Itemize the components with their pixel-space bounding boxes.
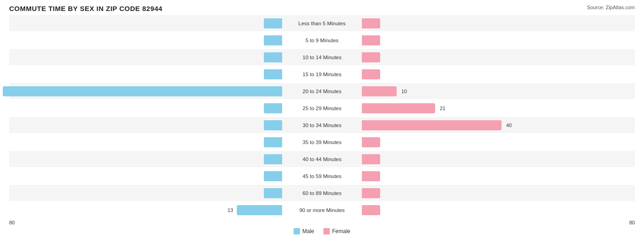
- male-bar-zero: [264, 35, 282, 45]
- male-bar-zero: [264, 103, 282, 113]
- female-value: 40: [506, 123, 512, 128]
- bar-label: 25 to 29 Minutes: [284, 106, 360, 111]
- left-section: 13: [9, 202, 284, 218]
- bar-label: 30 to 34 Minutes: [284, 123, 360, 128]
- left-section: 80: [9, 83, 284, 99]
- bar-label: 60 to 89 Minutes: [284, 190, 360, 196]
- bar-label: 20 to 24 Minutes: [284, 89, 360, 94]
- right-section: 0: [360, 66, 635, 82]
- bar-row: 035 to 39 Minutes0: [9, 134, 635, 150]
- male-legend-box: [294, 228, 300, 234]
- left-axis-label: 80: [9, 220, 15, 225]
- female-value: 21: [440, 106, 445, 111]
- bar-label: 10 to 14 Minutes: [284, 55, 360, 60]
- male-bar-zero: [264, 69, 282, 79]
- right-section: 0: [360, 202, 635, 218]
- bar-label: 5 to 9 Minutes: [284, 38, 360, 43]
- bar-label: 45 to 59 Minutes: [284, 173, 360, 179]
- bar-row: 1390 or more Minutes0: [9, 202, 635, 218]
- female-bar-zero: [362, 35, 380, 45]
- left-section: 0: [9, 66, 284, 82]
- right-section: 0: [360, 185, 635, 201]
- chart-container: COMMUTE TIME BY SEX IN ZIP CODE 82944 So…: [0, 0, 644, 240]
- bar-label: 40 to 44 Minutes: [284, 156, 360, 162]
- female-bar-zero: [362, 52, 380, 62]
- bar-row: 040 to 44 Minutes0: [9, 151, 635, 167]
- female-legend-box: [323, 228, 330, 234]
- male-bar-zero: [264, 188, 282, 198]
- female-bar-zero: [362, 18, 380, 28]
- bar-row: 025 to 29 Minutes21: [9, 100, 635, 116]
- chart-title: COMMUTE TIME BY SEX IN ZIP CODE 82944: [9, 5, 635, 12]
- female-bar: [362, 103, 435, 113]
- female-bar-zero: [362, 154, 380, 164]
- male-value: 13: [228, 207, 233, 213]
- left-section: 0: [9, 185, 284, 201]
- bar-row: 060 to 89 Minutes0: [9, 185, 635, 201]
- left-section: 0: [9, 15, 284, 31]
- right-section: 0: [360, 134, 635, 150]
- left-section: 0: [9, 100, 284, 116]
- left-section: 0: [9, 134, 284, 150]
- bar-label: Less than 5 Minutes: [284, 21, 360, 26]
- male-bar-zero: [264, 18, 282, 28]
- female-bar-zero: [362, 69, 380, 79]
- chart-wrapper: 0Less than 5 Minutes005 to 9 Minutes0010…: [9, 15, 635, 225]
- bar-row: 030 to 34 Minutes40: [9, 117, 635, 133]
- female-bar-zero: [362, 205, 380, 215]
- male-bar: [3, 86, 282, 96]
- bar-row: 05 to 9 Minutes0: [9, 32, 635, 48]
- left-section: 0: [9, 151, 284, 167]
- right-section: 10: [360, 83, 635, 99]
- right-section: 0: [360, 49, 635, 65]
- left-section: 0: [9, 32, 284, 48]
- bar-row: 010 to 14 Minutes0: [9, 49, 635, 65]
- female-value: 10: [401, 89, 407, 94]
- male-bar-zero: [264, 52, 282, 62]
- right-section: 0: [360, 151, 635, 167]
- female-bar-zero: [362, 137, 380, 147]
- male-bar-zero: [264, 154, 282, 164]
- bar-row: 0Less than 5 Minutes0: [9, 15, 635, 31]
- legend-female: Female: [323, 228, 350, 234]
- right-section: 0: [360, 15, 635, 31]
- left-section: 0: [9, 49, 284, 65]
- source-label: Source: ZipAtlas.com: [587, 5, 635, 10]
- bar-label: 15 to 19 Minutes: [284, 72, 360, 77]
- axis-labels: 80 80: [9, 219, 635, 225]
- right-section: 40: [360, 117, 635, 133]
- bars-area: 0Less than 5 Minutes005 to 9 Minutes0010…: [9, 15, 635, 218]
- bar-row: 045 to 59 Minutes0: [9, 168, 635, 184]
- female-legend-label: Female: [332, 228, 350, 234]
- male-bar: [237, 205, 282, 215]
- female-bar: [362, 86, 397, 96]
- left-section: 0: [9, 168, 284, 184]
- bar-row: 015 to 19 Minutes0: [9, 66, 635, 82]
- right-section: 0: [360, 32, 635, 48]
- male-legend-label: Male: [302, 228, 314, 234]
- bar-row: 8020 to 24 Minutes10: [9, 83, 635, 99]
- legend-male: Male: [294, 228, 314, 234]
- right-section: 21: [360, 100, 635, 116]
- female-bar: [362, 120, 502, 130]
- female-bar-zero: [362, 188, 380, 198]
- right-section: 0: [360, 168, 635, 184]
- male-bar-zero: [264, 137, 282, 147]
- bar-label: 35 to 39 Minutes: [284, 140, 360, 145]
- legend-area: Male Female: [9, 228, 635, 234]
- male-bar-zero: [264, 120, 282, 130]
- male-bar-zero: [264, 171, 282, 181]
- female-bar-zero: [362, 171, 380, 181]
- left-section: 0: [9, 117, 284, 133]
- right-axis-label: 80: [629, 220, 635, 225]
- bar-label: 90 or more Minutes: [284, 207, 360, 213]
